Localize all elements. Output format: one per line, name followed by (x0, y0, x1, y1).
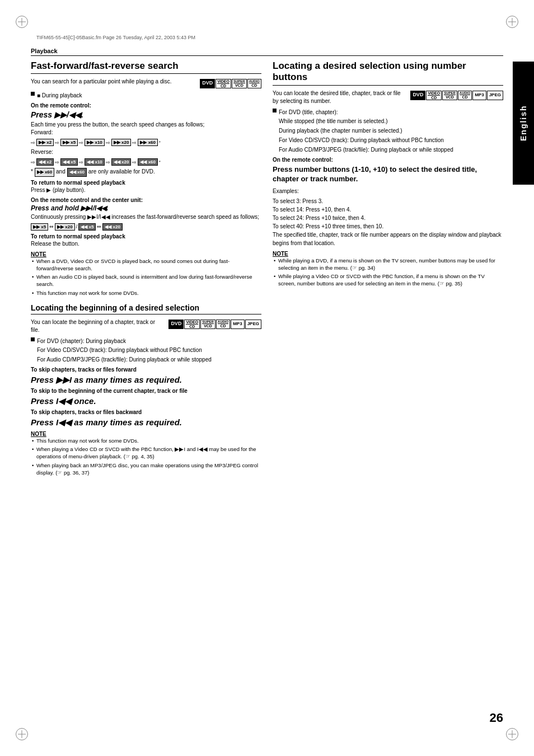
to-normal-remote-desc: Press ▶ (play button). (31, 186, 261, 194)
hold-x20-rev: ◀◀ x20 (102, 223, 123, 231)
locate-bullet-3: For Audio CD/MP3/JPEG (track/file): Duri… (31, 356, 261, 364)
during-playback-text: ■ During playback (37, 92, 82, 100)
example-5: The specified title, chapter, track or f… (273, 231, 503, 247)
number-badges: DVD VIDEO CD SUPER VCD AUDIO (410, 91, 503, 100)
dvd-bullet-2: During playback (the chapter number is s… (273, 127, 503, 135)
on-remote-label-right: On the remote control: (273, 157, 503, 163)
example-2: To select 14: Press +10, then 4. (273, 205, 503, 214)
skip-backward-label: To skip chapters, tracks or files backwa… (31, 409, 261, 415)
speed-x60-rev: ◀◀ x60 (138, 158, 158, 166)
examples-text: To select 3: Press 3. To select 14: Pres… (273, 197, 503, 247)
locate-notes: NOTE This function may not work for some… (31, 431, 261, 476)
speed-x2-fwd: ▶▶ x2 (36, 139, 54, 146)
dvd-bullet-3: For Video CD/SVCD (track): During playba… (273, 137, 503, 144)
fast-forward-intro-row: You can search for a particular point wh… (31, 78, 261, 88)
press-remote-instruction: Press ▶▶/◀◀. (31, 110, 261, 119)
locate-intro-row: You can locate the beginning of a chapte… (31, 318, 261, 334)
example-4: To select 40: Press +10 three times, the… (273, 222, 503, 231)
fast-forward-notes: NOTE When a DVD, Video CD or SVCD is pla… (31, 251, 261, 297)
skip-backward-press: Press I◀◀ as many times as required. (31, 417, 261, 428)
badge-jpeg-2: JPEG (487, 91, 503, 100)
speed-x5-fwd: ▶▶ x5 (60, 139, 78, 146)
skip-begin-press: Press I◀◀ once. (31, 396, 261, 406)
badge-super-vcd-3: SUPER VCD (442, 91, 457, 100)
locate-intro-text: You can locate the beginning of a chapte… (31, 318, 164, 334)
badge-dvd-2: DVD (168, 320, 184, 329)
number-note-title: NOTE (273, 251, 503, 257)
speed-x60-fwd: ▶▶ x60 (138, 139, 158, 146)
number-intro-text: You can locate the desired title, chapte… (273, 90, 406, 105)
dvd-bullet-1: While stopped (the title number is selec… (273, 118, 503, 125)
note-item-2: When an Audio CD is played back, sound i… (31, 273, 261, 288)
skip-begin-label: To skip to the beginning of the current … (31, 388, 261, 394)
badge-video-cd-3: VIDEO CD (426, 91, 442, 100)
skip-forward-press: Press ▶▶I as many times as required. (31, 375, 261, 385)
skip-forward-label: To skip chapters, tracks or files forwar… (31, 367, 261, 373)
article-number-buttons: Locating a desired selection using numbe… (273, 60, 503, 288)
dvd-bullet-4: For Audio CD/MP3/JPEG (track/file): Duri… (273, 146, 503, 154)
example-3: To select 24: Press +10 twice, then 4. (273, 214, 503, 222)
bullet-icon (31, 92, 35, 96)
examples-label: Examples: (273, 187, 503, 195)
forward-speed-sequence: ⇨ ▶▶ x2 ⇨ ▶▶ x5 ⇨ ▶▶ x10 ⇨ ▶▶ x20 ⇨ ▶▶ x… (31, 139, 261, 146)
fast-forward-badges: DVD VIDEO CD SUPER VCD AUDIO (200, 79, 261, 88)
press-remote-desc: Each time you press the button, the sear… (31, 121, 261, 137)
article-locate-beginning: Locating the beginning of a desired sele… (31, 303, 261, 476)
badge-dvd: DVD (200, 79, 215, 88)
locate-note-2: When playing a Video CD or SVCD with the… (31, 445, 261, 461)
fast-forward-intro-text: You can search for a particular point wh… (31, 78, 195, 86)
note-item-3: This function may not work for some DVDs… (31, 289, 261, 297)
locate-badges: DVD VIDEO CD SUPER VCD AUDIO (168, 320, 261, 329)
article-locate-title: Locating the beginning of a desired sele… (31, 303, 261, 314)
fast-forward-note-title: NOTE (31, 251, 261, 257)
article-fast-forward: Fast-forward/fast-reverse search You can… (31, 60, 261, 297)
speed-x20-fwd: ▶▶ x20 (111, 139, 132, 146)
on-remote-label: On the remote control: (31, 102, 261, 109)
badge-dvd-3: DVD (410, 91, 425, 100)
press-hold-instruction: Press and hold ▶▶I/I◀◀. (31, 204, 261, 212)
number-note-2: While playing a Video CD or SVCD with th… (273, 273, 503, 288)
example-1: To select 3: Press 3. (273, 197, 503, 205)
two-column-layout: Fast-forward/fast-reverse search You can… (31, 60, 503, 477)
press-number-instruction: Press number buttons (1-10, +10) to sele… (273, 165, 503, 184)
locate-bullet-2: For Video CD/SVCD (track): During playba… (31, 346, 261, 354)
main-content: Playback Fast-forward/fast-reverse searc… (31, 48, 503, 725)
locate-note-title: NOTE (31, 431, 261, 437)
locate-note-1: This function may not work for some DVDs… (31, 437, 261, 444)
footnote: * ▶▶ x60 and ◀◀ x60 are only available f… (31, 168, 261, 176)
to-normal-center-label: To return to normal speed playback (31, 233, 261, 240)
section-header: Playback (31, 48, 503, 56)
corner-decoration-br (506, 728, 518, 740)
bullet-icon-2 (31, 337, 35, 341)
number-note-1: While playing a DVD, if a menu is shown … (273, 257, 503, 272)
number-notes: NOTE While playing a DVD, if a menu is s… (273, 251, 503, 288)
speed-x20-rev: ◀◀ x20 (111, 158, 132, 166)
number-intro-row: You can locate the desired title, chapte… (273, 90, 503, 105)
hold-x5-rev: ◀◀ x5 (78, 223, 96, 231)
corner-decoration-bl (16, 728, 28, 740)
to-normal-remote-label: To return to normal speed playback (31, 180, 261, 186)
badge-audio-cd-3: AUDIO CD (458, 91, 472, 100)
locate-bullet-1: For DVD (chapter): During playback (31, 337, 261, 345)
speed-x5-rev: ◀◀ x5 (60, 158, 78, 166)
page-number: 26 (490, 711, 503, 725)
for-dvd-item: For DVD (title, chapter): (273, 109, 503, 116)
hold-speed-sequence: ▶▶ x5 ⇔ ▶▶ x20 / ◀◀ x5 ⇔ ◀◀ x20 (31, 223, 261, 231)
article-number-title: Locating a desired selection using numbe… (273, 60, 503, 86)
left-column: Fast-forward/fast-reverse search You can… (31, 60, 261, 477)
note-item-1: When a DVD, Video CD or SVCD is played b… (31, 257, 261, 273)
badge-mp3: MP3 (231, 320, 244, 329)
speed-x10-fwd: ▶▶ x10 (85, 139, 105, 146)
locate-note-3: When playing back an MP3/JPEG disc, you … (31, 462, 261, 477)
press-hold-desc: Continuously pressing ▶▶I/I◀◀ increases … (31, 213, 261, 221)
file-info: TIFM65-55-45[C]-05Basic.fm Page 26 Tuesd… (36, 35, 195, 40)
badge-mp3-2: MP3 (472, 91, 486, 100)
badge-audio-cd-2: AUDIO CD (216, 320, 230, 329)
english-sidebar: English (513, 62, 534, 185)
badge-jpeg: JPEG (245, 320, 261, 329)
badge-video-cd-2: VIDEO CD (184, 320, 200, 329)
corner-decoration-tl (16, 16, 28, 28)
badge-super-vcd-2: SUPER VCD (200, 320, 216, 329)
hold-x5-fwd: ▶▶ x5 (31, 223, 48, 231)
locate-bullet-1-text: For DVD (chapter): During playback (37, 337, 126, 345)
